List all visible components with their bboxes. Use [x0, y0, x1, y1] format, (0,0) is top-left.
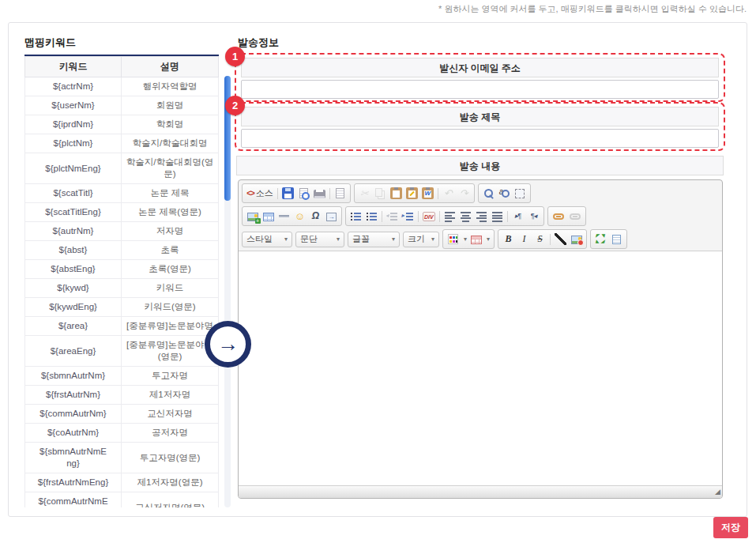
keyword-cell[interactable]: ${plctNm}: [25, 134, 122, 153]
keyword-cell[interactable]: ${areaEng}: [25, 336, 122, 367]
align-left-button[interactable]: [442, 209, 457, 224]
save-form-button[interactable]: 저장: [713, 517, 748, 538]
unlink-button[interactable]: [567, 209, 583, 224]
preview-button[interactable]: [296, 186, 311, 201]
keyword-cell[interactable]: ${abstEng}: [25, 260, 122, 279]
keyword-cell[interactable]: ${commAutrNm}: [25, 405, 122, 424]
insert-arrow-button[interactable]: →: [205, 321, 251, 368]
strikethrough-button[interactable]: S: [532, 232, 547, 247]
keyword-cell[interactable]: ${kywdEng}: [25, 298, 122, 317]
paste-text-button[interactable]: [404, 186, 419, 201]
numbered-list-button[interactable]: [348, 209, 363, 224]
printer-icon: [314, 190, 325, 198]
replace-button[interactable]: [497, 186, 512, 201]
paste-word-button[interactable]: [420, 186, 435, 201]
templates-button[interactable]: [333, 186, 348, 201]
maximize-icon: ◤◥◣◢: [595, 233, 607, 245]
resize-grip-icon[interactable]: ◢: [715, 488, 720, 496]
bidi-rtl-button[interactable]: ¶◂: [526, 209, 541, 224]
outdent-button[interactable]: [385, 209, 400, 224]
keyword-cell[interactable]: ${commAutrNmEng}: [25, 492, 122, 508]
keyword-cell[interactable]: ${scatTitlEng}: [25, 203, 122, 222]
keyword-cell[interactable]: ${actrNm}: [25, 77, 122, 96]
source-button[interactable]: <> 소스: [245, 186, 275, 201]
copy-button[interactable]: [373, 186, 388, 201]
insert-table-button[interactable]: [261, 209, 276, 224]
bulleted-list-button[interactable]: [364, 209, 379, 224]
smiley-button[interactable]: ☺: [292, 209, 307, 224]
maximize-button[interactable]: ◤◥◣◢: [593, 232, 608, 247]
table-row: ${plctNm} 학술지/학술대회명: [25, 134, 219, 153]
align-right-button[interactable]: [474, 209, 489, 224]
table-row: ${abstEng} 초록(영문): [25, 260, 219, 279]
bg-color-button[interactable]: ▾: [469, 232, 491, 247]
table-row: ${coAutrNm} 공저자명: [25, 424, 219, 443]
table-row: ${iprdNm} 학회명: [25, 115, 219, 134]
content-label: 발송 내용: [236, 156, 724, 175]
redo-icon: ↷: [458, 187, 470, 199]
keyword-cell[interactable]: ${sbmnAutrNmEng}: [25, 443, 122, 473]
table-scrollbar-thumb[interactable]: [224, 76, 231, 201]
paragraph-format-dropdown[interactable]: 문단 ▾: [295, 232, 344, 247]
keyword-cell[interactable]: ${coAutrNm}: [25, 424, 122, 443]
keyword-cell[interactable]: ${plctNmEng}: [25, 153, 122, 184]
font-size-dropdown[interactable]: 크기 ▾: [403, 232, 439, 247]
show-blocks-button[interactable]: [609, 232, 624, 247]
hint-note: * 원하시는 영역에 커서를 두고, 매핑키워드를 클릭하시면 입력하실 수 있…: [438, 3, 747, 15]
subject-input[interactable]: [241, 129, 719, 148]
text-color-button[interactable]: ▾: [446, 232, 468, 247]
table-row: ${frstAutrNmEng} 제1저자명(영문): [25, 473, 219, 492]
remove-format-button[interactable]: [553, 232, 568, 247]
table-row: ${plctNmEng} 학술지/학술대회명(영문): [25, 153, 219, 184]
table-scrollbar-track[interactable]: [224, 76, 231, 507]
cut-button[interactable]: ✂: [357, 186, 372, 201]
editor-status-bar: ◢: [239, 486, 722, 498]
find-button[interactable]: [481, 186, 496, 201]
keyword-cell[interactable]: ${frstAutrNm}: [25, 386, 122, 405]
description-cell: 행위자역할명: [122, 77, 219, 96]
image-icon: [247, 213, 258, 221]
align-justify-icon: [491, 210, 503, 222]
keyword-cell[interactable]: ${scatTitl}: [25, 184, 122, 203]
italic-button[interactable]: I: [517, 232, 532, 247]
align-center-button[interactable]: [458, 209, 473, 224]
keyword-cell[interactable]: ${autrNm}: [25, 222, 122, 241]
indent-button[interactable]: [401, 209, 416, 224]
quick-image-button[interactable]: [569, 232, 584, 247]
special-char-button[interactable]: Ω: [308, 209, 323, 224]
align-center-icon: [460, 210, 472, 222]
insert-image-button[interactable]: [245, 209, 260, 224]
paste-button[interactable]: [389, 186, 404, 201]
keyword-cell[interactable]: ${area}: [25, 317, 122, 336]
div-container-button[interactable]: DIV: [421, 209, 437, 224]
keyword-cell[interactable]: ${iprdNm}: [25, 115, 122, 134]
sender-email-input[interactable]: [241, 80, 719, 99]
table-icon: [263, 213, 274, 221]
bold-button[interactable]: B: [501, 232, 516, 247]
description-cell: 저자명: [122, 222, 219, 241]
editor-content[interactable]: [239, 251, 722, 486]
table-row: ${scatTitl} 논문 제목: [25, 184, 219, 203]
link-button[interactable]: [551, 209, 566, 224]
iframe-button[interactable]: →: [324, 209, 339, 224]
align-justify-button[interactable]: [490, 209, 505, 224]
keyword-cell[interactable]: ${abst}: [25, 241, 122, 260]
keyword-cell[interactable]: ${kywd}: [25, 279, 122, 298]
keyword-cell[interactable]: ${sbmnAutrNm}: [25, 367, 122, 386]
keyword-cell[interactable]: ${frstAutrNmEng}: [25, 473, 122, 492]
description-cell: 회원명: [122, 96, 219, 115]
font-dropdown[interactable]: 글꼴 ▾: [348, 232, 400, 247]
bidi-ltr-button[interactable]: ▸¶: [510, 209, 525, 224]
undo-button[interactable]: ↶: [441, 186, 456, 201]
redo-button[interactable]: ↷: [457, 186, 472, 201]
print-button[interactable]: [312, 186, 327, 201]
subject-label: 발송 제목: [241, 107, 719, 126]
style-dropdown[interactable]: 스타일 ▾: [242, 232, 292, 247]
description-cell: 논문 제목: [122, 184, 219, 203]
select-all-button[interactable]: [513, 186, 528, 201]
keyword-cell[interactable]: ${userNm}: [25, 96, 122, 115]
horizontal-rule-button[interactable]: [276, 209, 291, 224]
description-cell: 제1저자명: [122, 386, 219, 405]
main-panel: 맵핑키워드 키워드 설명 ${actrNm} 행위자역할명 ${userNm} …: [8, 22, 747, 517]
save-button[interactable]: [280, 186, 295, 201]
